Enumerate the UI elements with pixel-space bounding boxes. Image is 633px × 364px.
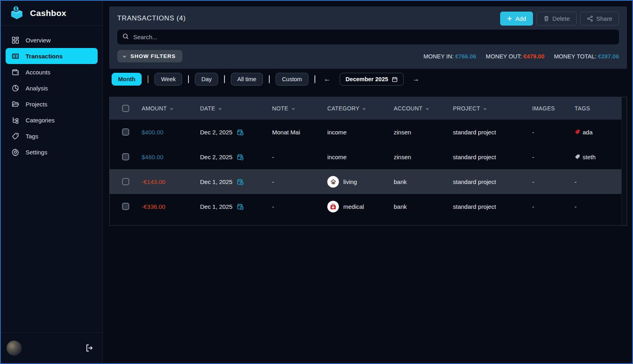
separator: [224, 75, 225, 83]
share-button[interactable]: Share: [580, 12, 619, 26]
user-avatar[interactable]: [6, 340, 22, 356]
hierarchy-icon: [11, 116, 20, 124]
search-bar[interactable]: [117, 30, 619, 44]
transactions-table: AMOUNT DATE NOTE CATEGORY ACCOUNT PROJEC…: [109, 97, 627, 226]
wallet-icon: [11, 68, 20, 76]
svg-text:$: $: [14, 54, 16, 58]
project-cell: standard project: [447, 154, 526, 160]
column-header-amount[interactable]: AMOUNT: [135, 105, 194, 112]
account-cell: bank: [387, 203, 447, 210]
category-cell: medical: [321, 201, 387, 212]
next-period-arrow[interactable]: →: [410, 75, 422, 83]
add-button[interactable]: Add: [500, 12, 533, 26]
sidebar-item-accounts[interactable]: Accounts: [6, 64, 98, 80]
row-checkbox[interactable]: [122, 178, 129, 185]
sidebar-item-settings[interactable]: Settings: [6, 144, 98, 160]
sidebar-item-label: Accounts: [26, 69, 50, 76]
images-cell: -: [526, 154, 568, 160]
sidebar-item-analysis[interactable]: Analysis: [6, 80, 98, 96]
share-icon: [587, 16, 593, 22]
row-checkbox[interactable]: [122, 203, 129, 210]
column-header-account[interactable]: ACCOUNT: [387, 105, 447, 112]
calendar-clock-icon: [237, 203, 244, 210]
current-period-label: December 2025: [346, 76, 388, 82]
page-title: TRANSACTIONS (4): [117, 14, 186, 22]
date-cell: Dec 2, 2025: [194, 129, 266, 136]
category-cell: income: [321, 129, 387, 136]
transactions-header-panel: TRANSACTIONS (4) Add Delete Share: [109, 6, 627, 69]
sidebar-item-categories[interactable]: Categories: [6, 112, 98, 128]
row-checkbox[interactable]: [122, 153, 129, 160]
project-cell: standard project: [447, 203, 526, 210]
trash-icon: [543, 16, 549, 22]
app-name: Cashbox: [30, 8, 66, 18]
sidebar: $ Cashbox Overview $ Transactions: [1, 1, 103, 363]
sidebar-nav: Overview $ Transactions Accounts Analysi…: [1, 26, 102, 160]
sidebar-item-label: Analysis: [26, 85, 48, 92]
project-cell: standard project: [447, 129, 526, 136]
amount-cell: $400.00: [135, 129, 194, 136]
amount-cell: $460.00: [135, 154, 194, 160]
table-row[interactable]: $400.00 Dec 2, 2025 Monat Mai income zin…: [110, 120, 621, 144]
account-cell: bank: [387, 178, 447, 185]
account-cell: zinsen: [387, 154, 447, 160]
sort-chevron-icon: [218, 107, 222, 111]
date-cell: Dec 2, 2025: [194, 154, 266, 160]
table-scrollbar[interactable]: [621, 97, 627, 225]
tab-week[interactable]: Week: [154, 73, 182, 86]
column-header-category[interactable]: CATEGORY: [321, 105, 387, 112]
show-filters-label: SHOW FILTERS: [130, 53, 176, 59]
cashbox-logo-icon: $: [9, 6, 25, 21]
calendar-clock-icon: [237, 129, 244, 136]
svg-text:$: $: [15, 6, 17, 11]
sidebar-item-label: Projects: [26, 101, 47, 108]
category-cell: living: [321, 176, 387, 188]
tag-icon: [575, 154, 580, 160]
sidebar-item-overview[interactable]: Overview: [6, 32, 98, 48]
tag-label: steth: [583, 154, 596, 160]
logout-icon[interactable]: [85, 344, 94, 352]
calendar-icon: [392, 76, 398, 82]
show-filters-button[interactable]: SHOW FILTERS: [117, 50, 182, 62]
tab-all-time[interactable]: All time: [231, 73, 263, 86]
column-header-project[interactable]: PROJECT: [447, 105, 526, 112]
note-cell: -: [266, 178, 321, 185]
tag-label: ada: [583, 129, 593, 136]
table-row[interactable]: -€336.00 Dec 1, 2025 - medical bank stan…: [110, 194, 621, 219]
money-total-value: €287.06: [598, 53, 619, 60]
tab-month[interactable]: Month: [112, 73, 142, 86]
amount-cell: -€336.00: [135, 203, 194, 210]
sidebar-item-tags[interactable]: Tags: [6, 128, 98, 144]
medical-kit-icon: [327, 201, 339, 212]
separator: [148, 75, 148, 83]
sidebar-item-projects[interactable]: Projects: [6, 96, 98, 112]
app-window: $ Cashbox Overview $ Transactions: [0, 0, 633, 364]
table-row[interactable]: -€143.00 Dec 1, 2025 - living bank stand…: [110, 169, 621, 194]
period-selector-button[interactable]: December 2025: [340, 73, 404, 86]
images-cell: -: [526, 129, 568, 136]
delete-button-label: Delete: [553, 15, 570, 22]
search-input[interactable]: [133, 34, 614, 40]
sort-chevron-icon: [483, 107, 487, 111]
column-header-date[interactable]: DATE: [194, 105, 266, 112]
sidebar-footer: [1, 332, 102, 363]
delete-button[interactable]: Delete: [537, 12, 577, 26]
separator: [314, 75, 315, 83]
tag-icon: [575, 129, 580, 135]
column-header-note[interactable]: NOTE: [266, 105, 321, 112]
grid-icon: [11, 36, 20, 44]
note-cell: -: [266, 154, 321, 160]
select-all-checkbox[interactable]: [122, 105, 129, 112]
row-checkbox[interactable]: [122, 128, 129, 136]
category-cell: income: [321, 154, 387, 160]
gear-icon: [11, 148, 20, 156]
money-in-value: €766.06: [455, 53, 476, 60]
tab-day[interactable]: Day: [195, 73, 218, 86]
pie-chart-icon: [11, 84, 20, 92]
sidebar-item-transactions[interactable]: $ Transactions: [6, 48, 98, 64]
prev-period-arrow[interactable]: ←: [321, 75, 334, 83]
tab-custom[interactable]: Custom: [276, 73, 308, 86]
banknote-icon: $: [11, 52, 20, 60]
table-row[interactable]: $460.00 Dec 2, 2025 - income zinsen stan…: [110, 144, 621, 169]
note-cell: -: [266, 203, 321, 210]
